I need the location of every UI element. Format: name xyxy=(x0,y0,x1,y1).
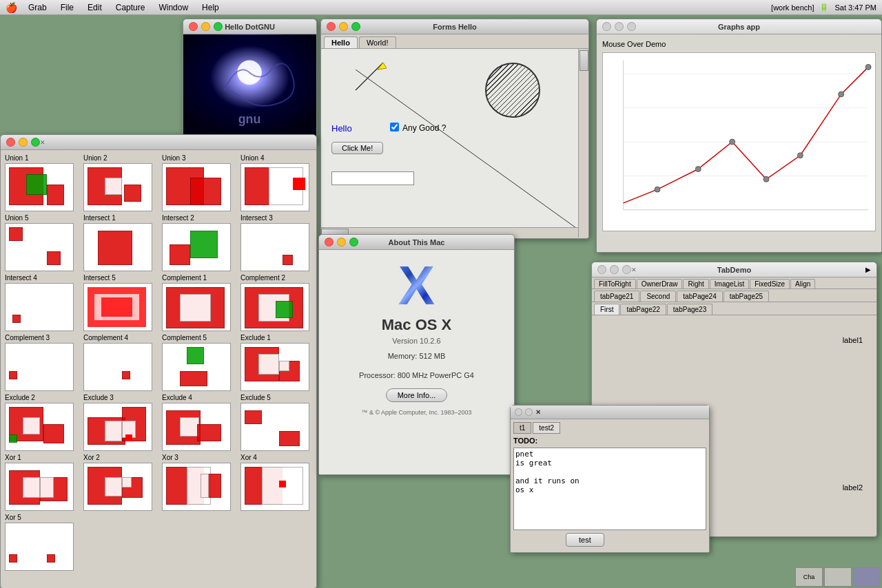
tab-page22[interactable]: tabPage22 xyxy=(620,304,666,315)
set-intersect3: Intersect 3 xyxy=(240,214,315,271)
set-union3: Union 3 xyxy=(162,154,236,211)
forms-body: Hello Any Good ? Click Me! This is a lab… xyxy=(321,49,588,238)
about-macosx-label: Mac OS X xyxy=(382,316,451,334)
menubar-capture[interactable]: Capture xyxy=(113,3,148,12)
tab-second[interactable]: Second xyxy=(640,291,676,302)
tabdemo-toolbar: FillToRight OwnerDraw Right ImageList Fi… xyxy=(592,277,876,289)
dialog-min-btn[interactable] xyxy=(525,408,533,416)
small-dialog-titlebar: ✕ xyxy=(511,406,709,419)
maximize-button[interactable] xyxy=(214,22,223,31)
battery-icon: 🔋 xyxy=(819,3,829,12)
set-label: Exclude 5 xyxy=(240,394,315,401)
tab-first[interactable]: First xyxy=(594,304,619,315)
set-label: Intersect 2 xyxy=(162,214,236,222)
toolbar-ownerdraw[interactable]: OwnerDraw xyxy=(637,279,683,288)
click-me-button[interactable]: Click Me! xyxy=(331,142,383,154)
graphs-close-btn[interactable] xyxy=(602,22,611,31)
set-label: Xor 5 xyxy=(5,514,79,521)
tab-close-btn[interactable] xyxy=(597,265,606,274)
set-canvas xyxy=(240,463,309,511)
close-button[interactable] xyxy=(189,22,198,31)
toolbar-fixedsize[interactable]: FixedSize xyxy=(750,279,790,288)
set-canvas xyxy=(240,283,309,331)
dialog-tab-test2[interactable]: test2 xyxy=(533,422,560,434)
menubar-window[interactable]: Window xyxy=(156,3,191,12)
taskbar-item-3[interactable] xyxy=(853,567,881,587)
dialog-textarea[interactable]: pnet is great and it runs on os x xyxy=(513,448,706,530)
minimize-button[interactable] xyxy=(201,22,210,31)
svg-point-13 xyxy=(695,167,701,172)
forms-vertical-scrollbar[interactable] xyxy=(578,49,588,238)
toolbar-right[interactable]: Right xyxy=(683,279,708,288)
any-good-checkbox[interactable] xyxy=(390,123,399,132)
taskbar-item-1[interactable]: Cha xyxy=(795,567,823,587)
sets-window: ✕ Union 1 Union 2 Union 3 xyxy=(0,134,317,588)
set-label: Complement 4 xyxy=(83,334,158,342)
set-canvas xyxy=(5,223,74,271)
forms-min-btn[interactable] xyxy=(339,22,348,31)
toolbar-imagelist[interactable]: ImageList xyxy=(710,279,749,288)
toolbar-filltright[interactable]: FillToRight xyxy=(594,279,636,288)
about-max-btn[interactable] xyxy=(349,238,358,246)
dialog-close-btn[interactable] xyxy=(515,408,522,416)
set-canvas xyxy=(162,463,231,511)
set-label: Complement 5 xyxy=(162,334,236,342)
sets-min-btn[interactable] xyxy=(19,138,28,147)
tab-min-btn[interactable] xyxy=(610,265,619,274)
set-label: Xor 2 xyxy=(83,454,158,461)
tab-page23[interactable]: tabPage23 xyxy=(667,304,712,315)
about-min-btn[interactable] xyxy=(337,238,346,246)
about-memory: Memory: 512 MB xyxy=(388,350,446,363)
forms-close-btn[interactable] xyxy=(327,22,336,31)
graphs-min-btn[interactable] xyxy=(615,22,624,31)
traffic-lights-tab xyxy=(597,265,631,274)
set-label: Intersect 3 xyxy=(240,214,315,222)
set-complement3: Complement 3 xyxy=(5,334,79,391)
set-label: Intersect 1 xyxy=(83,214,158,222)
taskbar: Cha xyxy=(794,566,882,588)
forms-max-btn[interactable] xyxy=(351,22,360,31)
forms-tab-world[interactable]: World! xyxy=(359,36,396,48)
toolbar-align[interactable]: Align xyxy=(790,279,815,288)
tab-page21[interactable]: tabPage21 xyxy=(594,291,639,302)
taskbar-item-2[interactable] xyxy=(824,567,852,587)
dialog-close-x[interactable]: ✕ xyxy=(535,408,541,416)
apple-menu[interactable]: 🍎 xyxy=(6,2,17,13)
set-canvas xyxy=(83,343,152,391)
small-dialog-window: ✕ t1 test2 TODO: pnet is great and it ru… xyxy=(510,405,710,553)
menubar-items: Grab File Edit Capture Window Help xyxy=(25,3,771,12)
menubar-grab[interactable]: Grab xyxy=(25,3,50,12)
about-close-btn[interactable] xyxy=(325,238,334,246)
dialog-test-button[interactable]: test xyxy=(566,533,604,547)
set-canvas xyxy=(240,403,309,451)
tabdemo-x-icon: ✕ xyxy=(631,266,637,273)
about-processor: Processor: 800 MHz PowerPC G4 xyxy=(359,370,474,382)
set-exclude3: Exclude 3 xyxy=(83,394,158,451)
menubar-file[interactable]: File xyxy=(58,3,76,12)
menubar-help[interactable]: Help xyxy=(199,3,222,12)
forms-tab-hello[interactable]: Hello xyxy=(324,36,358,48)
menubar-edit[interactable]: Edit xyxy=(85,3,105,12)
set-label: Exclude 2 xyxy=(5,394,79,401)
graphs-max-btn[interactable] xyxy=(627,22,636,31)
dialog-tab-t1[interactable]: t1 xyxy=(513,422,531,434)
about-body: X Mac OS X Version 10.2.6 Memory: 512 MB… xyxy=(319,250,514,474)
diagonal-line xyxy=(356,70,576,242)
tab-page25[interactable]: tabPage25 xyxy=(724,291,769,302)
forms-text-input[interactable] xyxy=(331,171,414,185)
tab-max-btn[interactable] xyxy=(622,265,631,274)
set-complement4: Complement 4 xyxy=(83,334,158,391)
set-intersect1: Intersect 1 xyxy=(83,214,158,271)
more-info-button[interactable]: More Info... xyxy=(386,388,448,402)
about-titlebar: About This Mac xyxy=(319,235,514,250)
forms-titlebar: Forms Hello xyxy=(321,19,588,34)
set-label: Intersect 4 xyxy=(5,274,79,282)
label2: label2 xyxy=(843,483,863,492)
sets-close-btn[interactable] xyxy=(6,138,15,147)
set-canvas xyxy=(5,283,74,331)
set-canvas xyxy=(5,523,74,571)
sets-max-btn[interactable] xyxy=(31,138,40,147)
tabdemo-scroll-arrow[interactable]: ▶ xyxy=(865,266,871,273)
forms-window-title: Forms Hello xyxy=(433,23,477,31)
tab-page24[interactable]: tabPage24 xyxy=(677,291,722,302)
